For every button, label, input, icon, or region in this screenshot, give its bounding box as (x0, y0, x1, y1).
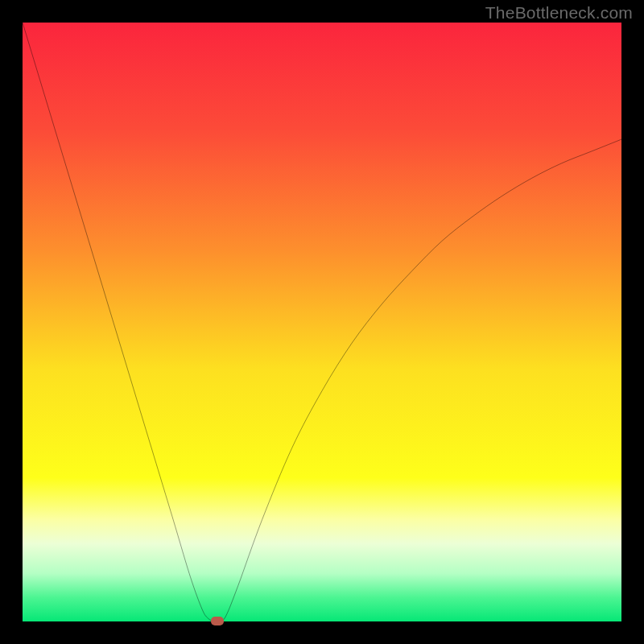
optimal-point-marker (211, 617, 224, 625)
bottleneck-curve (23, 23, 621, 621)
plot-area (23, 23, 621, 621)
watermark-text: TheBottleneck.com (485, 3, 633, 23)
